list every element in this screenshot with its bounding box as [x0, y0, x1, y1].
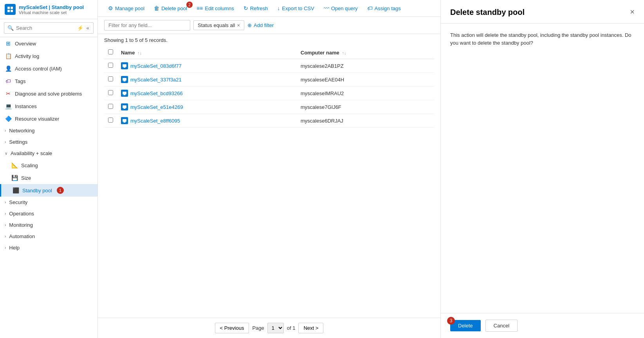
sidebar-item-help[interactable]: › Help: [0, 242, 97, 253]
svg-rect-13: [123, 105, 126, 108]
computer-name-cell: myscaleseEAE04H: [297, 73, 434, 87]
computer-name-cell: myscalese7GIJ6F: [297, 100, 434, 114]
sidebar-item-label: Overview: [15, 41, 36, 47]
toolbar: ⚙ Manage pool 🗑 Delete pool 2 ≡≡ Edit co…: [98, 0, 440, 17]
refresh-label: Refresh: [250, 5, 268, 11]
chevron-icon: ›: [5, 200, 6, 204]
name-sort-icon[interactable]: ↑↓: [137, 51, 142, 55]
col-computer-name: Computer name ↑↓: [297, 46, 434, 59]
export-csv-button[interactable]: ↓ Export to CSV: [273, 3, 318, 13]
vm-icon: [121, 117, 128, 124]
instance-name-link[interactable]: myScaleSet_083d6f77: [121, 62, 293, 69]
search-collapse-btn[interactable]: «: [86, 24, 90, 32]
instance-name-text: myScaleSet_e51e4269: [130, 104, 183, 110]
filter-bar: Status equals all × ⊕ Add filter: [98, 17, 440, 34]
col-name: Name ↑↓: [117, 46, 297, 59]
sidebar-item-networking[interactable]: › Networking: [0, 125, 97, 136]
assign-tags-icon: 🏷: [367, 5, 373, 11]
page-select[interactable]: 1: [267, 323, 284, 333]
sidebar-item-size[interactable]: 💾 Size: [0, 172, 97, 184]
sidebar-item-label: Automation: [9, 233, 35, 239]
open-query-label: Open query: [331, 5, 358, 11]
sidebar-item-scaling[interactable]: 📐 Scaling: [0, 159, 97, 172]
sidebar-item-resource-visualizer[interactable]: 🔷 Resource visualizer: [0, 112, 97, 125]
sidebar-item-operations[interactable]: › Operations: [0, 208, 97, 219]
instance-name-link[interactable]: myScaleSet_bcd93266: [121, 90, 293, 97]
sidebar-item-label: Size: [21, 175, 31, 181]
svg-rect-10: [123, 92, 126, 94]
records-count: Showing 1 to 5 of 5 records.: [98, 34, 440, 46]
sidebar-item-overview[interactable]: ⊞ Overview: [0, 37, 97, 50]
sidebar-item-monitoring[interactable]: › Monitoring: [0, 219, 97, 231]
refresh-icon: ↻: [244, 5, 248, 11]
row-checkbox[interactable]: [108, 76, 113, 81]
assign-tags-button[interactable]: 🏷 Assign tags: [363, 3, 405, 13]
table-row: myScaleSet_083d6f77 myscalese2AB1PZ: [104, 59, 434, 73]
delete-pool-button[interactable]: 🗑 Delete pool: [150, 3, 191, 13]
sidebar-item-availability-scale[interactable]: ∨ Availability + scale: [0, 148, 97, 159]
sidebar-item-tags[interactable]: 🏷 Tags: [0, 75, 97, 87]
vm-icon: [121, 62, 128, 69]
export-csv-label: Export to CSV: [282, 5, 314, 11]
row-checkbox[interactable]: [108, 63, 113, 68]
vm-icon: [121, 76, 128, 83]
sidebar-header: myScaleSet | Standby pool Virtual machin…: [0, 0, 97, 19]
resource-visualizer-icon: 🔷: [5, 115, 12, 122]
filter-input[interactable]: [104, 20, 190, 31]
sidebar: myScaleSet | Standby pool Virtual machin…: [0, 0, 98, 338]
panel-close-button[interactable]: ×: [630, 8, 635, 16]
page-label: Page: [252, 325, 264, 331]
manage-pool-icon: ⚙: [108, 5, 113, 11]
cancel-button[interactable]: Cancel: [485, 320, 518, 332]
sidebar-item-label: Help: [9, 245, 20, 251]
add-filter-button[interactable]: ⊕ Add filter: [247, 22, 274, 28]
search-box: 🔍 ⚡ «: [4, 22, 94, 34]
manage-pool-button[interactable]: ⚙ Manage pool: [104, 3, 148, 13]
sidebar-item-label: Standby pool: [22, 188, 52, 193]
sidebar-item-instances[interactable]: 💻 Instances: [0, 100, 97, 112]
brand: myScaleSet | Standby pool Virtual machin…: [5, 4, 93, 15]
refresh-button[interactable]: ↻ Refresh: [240, 3, 272, 13]
previous-button[interactable]: < Previous: [215, 323, 249, 333]
access-control-icon: 👤: [5, 65, 12, 72]
row-checkbox[interactable]: [108, 90, 113, 95]
filter-tag-close[interactable]: ×: [237, 22, 240, 28]
filter-tag-label: Status equals all: [198, 22, 235, 28]
sidebar-item-settings[interactable]: › Settings: [0, 136, 97, 148]
computer-name-sort-icon[interactable]: ↑↓: [342, 51, 346, 55]
vm-icon: [121, 103, 128, 110]
sidebar-item-access-control[interactable]: 👤 Access control (IAM): [0, 62, 97, 75]
sidebar-item-diagnose[interactable]: ✂ Diagnose and solve problems: [0, 87, 97, 100]
sidebar-item-label: Availability + scale: [11, 150, 52, 156]
sidebar-item-standby-pool[interactable]: ⬛ Standby pool 1: [0, 184, 97, 197]
next-button[interactable]: Next >: [298, 323, 323, 333]
sidebar-search-container: 🔍 ⚡ «: [0, 19, 97, 37]
edit-columns-icon: ≡≡: [197, 5, 203, 11]
chevron-icon: ›: [5, 211, 6, 216]
chevron-icon: ›: [5, 223, 6, 227]
search-input[interactable]: [16, 25, 74, 31]
scaling-icon: 📐: [11, 162, 18, 169]
sidebar-item-automation[interactable]: › Automation: [0, 231, 97, 242]
pagination: < Previous Page 1 of 1 Next >: [98, 318, 440, 338]
sidebar-item-activity-log[interactable]: 📋 Activity log: [0, 50, 97, 62]
instance-name-link[interactable]: myScaleSet_e51e4269: [121, 103, 293, 110]
svg-rect-2: [7, 10, 10, 12]
select-all-checkbox[interactable]: [108, 49, 113, 54]
standby-pool-icon: ⬛: [12, 187, 19, 194]
edit-columns-button[interactable]: ≡≡ Edit columns: [193, 3, 238, 13]
open-query-icon: 〰: [324, 5, 329, 11]
open-query-button[interactable]: 〰 Open query: [320, 3, 362, 13]
svg-rect-7: [123, 78, 126, 81]
instance-name-link[interactable]: myScaleSet_e8ff6095: [121, 117, 293, 124]
instance-name-link[interactable]: myScaleSet_337f3a21: [121, 76, 293, 83]
overview-icon: ⊞: [5, 40, 12, 47]
brand-subtitle: Virtual machine scale set: [19, 10, 84, 15]
row-checkbox[interactable]: [108, 104, 113, 109]
search-filter-btn[interactable]: ⚡: [76, 24, 84, 32]
chevron-icon: ›: [5, 128, 6, 133]
row-checkbox[interactable]: [108, 117, 113, 123]
col-name-label: Name: [121, 50, 135, 56]
sidebar-item-security[interactable]: › Security: [0, 197, 97, 208]
svg-rect-1: [11, 7, 13, 9]
